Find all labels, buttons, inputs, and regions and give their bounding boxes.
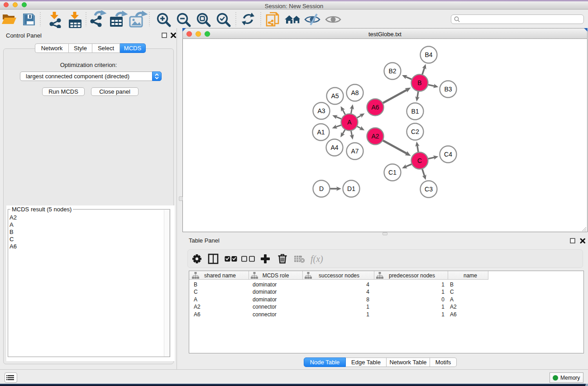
svg-text:C3: C3 <box>425 186 433 193</box>
svg-text:C1: C1 <box>388 169 397 176</box>
svg-text:1: 1 <box>441 289 445 295</box>
svg-text:1: 1 <box>441 281 445 288</box>
svg-text:1: 1 <box>366 304 369 310</box>
svg-text:C: C <box>417 157 422 164</box>
svg-text:4: 4 <box>366 281 369 288</box>
svg-text:B: B <box>450 281 454 288</box>
svg-text:predecessor nodes: predecessor nodes <box>389 272 435 279</box>
svg-text:dominator: dominator <box>253 296 277 303</box>
svg-text:C4: C4 <box>444 151 452 158</box>
svg-text:MCDS role: MCDS role <box>263 272 289 279</box>
svg-text:A: A <box>194 296 197 303</box>
svg-text:B4: B4 <box>425 51 432 58</box>
svg-text:B3: B3 <box>444 86 452 93</box>
svg-text:C2: C2 <box>411 128 419 135</box>
svg-text:dominator: dominator <box>253 289 277 295</box>
svg-text:A8: A8 <box>351 89 359 96</box>
svg-text:8: 8 <box>366 296 369 303</box>
svg-text:D1: D1 <box>347 185 355 192</box>
svg-text:B: B <box>417 79 421 86</box>
svg-text:A1: A1 <box>317 129 325 136</box>
svg-text:1: 1 <box>441 304 445 310</box>
svg-text:A6: A6 <box>371 104 379 111</box>
svg-text:shared name: shared name <box>204 272 236 279</box>
svg-text:A2: A2 <box>450 304 457 310</box>
svg-text:f(x): f(x) <box>311 254 323 264</box>
svg-text:A: A <box>347 119 352 126</box>
svg-text:C: C <box>450 289 454 295</box>
svg-text:D: D <box>319 185 324 192</box>
svg-text:C: C <box>194 289 198 295</box>
svg-text:A4: A4 <box>330 144 338 151</box>
svg-text:0: 0 <box>441 296 445 303</box>
svg-text:A6: A6 <box>194 311 201 318</box>
svg-text:connector: connector <box>253 311 277 318</box>
svg-text:dominator: dominator <box>253 281 277 288</box>
svg-text:A7: A7 <box>351 148 359 155</box>
svg-text:connector: connector <box>253 304 277 310</box>
svg-text:A3: A3 <box>317 107 325 114</box>
svg-text:1: 1 <box>441 311 445 318</box>
svg-text:B1: B1 <box>411 108 419 115</box>
svg-text:B2: B2 <box>388 67 396 75</box>
svg-text:A5: A5 <box>331 92 339 100</box>
svg-text:name: name <box>464 272 477 279</box>
svg-text:A2: A2 <box>371 133 379 140</box>
svg-text:successor nodes: successor nodes <box>319 272 359 279</box>
svg-text:A: A <box>450 296 454 303</box>
svg-text:B: B <box>194 281 197 288</box>
svg-text:1: 1 <box>366 311 369 318</box>
svg-text:A6: A6 <box>450 311 457 318</box>
svg-text:4: 4 <box>366 289 369 295</box>
svg-text:A2: A2 <box>194 304 201 310</box>
